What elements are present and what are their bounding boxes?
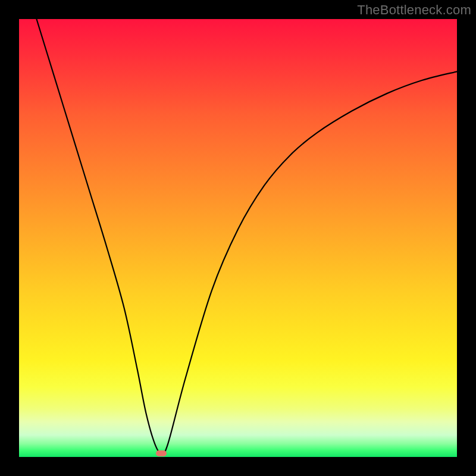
watermark-text: TheBottleneck.com bbox=[357, 2, 471, 18]
bottleneck-curve bbox=[19, 19, 457, 457]
minimum-marker bbox=[156, 450, 167, 456]
chart-frame: TheBottleneck.com bbox=[0, 0, 476, 476]
plot-area bbox=[19, 19, 457, 457]
